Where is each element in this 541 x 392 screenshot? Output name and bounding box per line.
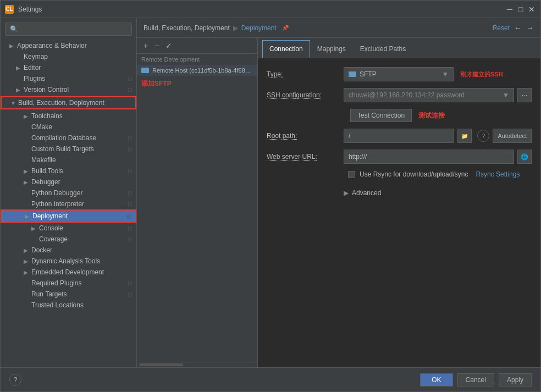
- web-url-input[interactable]: [344, 150, 514, 164]
- sidebar-item-toolchains[interactable]: ▶ Toolchains: [1, 111, 136, 122]
- external-icon: ⊡: [128, 190, 132, 196]
- type-select[interactable]: SFTP ▼: [344, 67, 454, 81]
- sidebar-item-label: Makefile: [31, 156, 132, 164]
- sidebar-item-coverage[interactable]: Coverage ⊡: [1, 234, 136, 245]
- close-button[interactable]: ✕: [527, 5, 536, 14]
- remove-server-button[interactable]: −: [152, 40, 161, 51]
- sidebar-item-appearance[interactable]: ▶ Appearance & Behavior: [1, 40, 136, 51]
- help-button[interactable]: ?: [9, 374, 21, 386]
- maximize-button[interactable]: □: [516, 5, 525, 14]
- connection-form: Type: SFTP ▼ 刚才建立的SSH: [258, 58, 540, 367]
- breadcrumb-part-1: Build, Execution, Deployment: [143, 24, 230, 32]
- sidebar-tree: ▶ Appearance & Behavior Keymap ▶ Editor …: [1, 40, 136, 367]
- add-server-button[interactable]: +: [141, 40, 150, 51]
- sidebar-item-label: Run Targets: [31, 290, 128, 298]
- sidebar-item-embedded-dev[interactable]: ▶ Embedded Development: [1, 267, 136, 278]
- advanced-section[interactable]: ▶ Advanced: [267, 185, 532, 201]
- sidebar: ▶ Appearance & Behavior Keymap ▶ Editor …: [1, 18, 137, 367]
- open-url-button[interactable]: 🌐: [517, 150, 532, 164]
- type-value: SFTP: [360, 70, 377, 78]
- rsync-label: Use Rsync for download/upload/sync: [360, 170, 468, 178]
- autodetect-button[interactable]: Autodetect: [493, 129, 532, 143]
- root-path-control: 📁 ? Autodetect: [344, 129, 532, 143]
- sidebar-item-label: Embedded Development: [31, 268, 132, 276]
- sidebar-item-label: Keymap: [24, 53, 132, 60]
- sidebar-item-label: Deployment: [32, 212, 126, 220]
- external-icon: ⊡: [128, 87, 132, 93]
- sidebar-item-editor[interactable]: ▶ Editor: [1, 62, 136, 73]
- web-url-label: Web server URL:: [267, 153, 344, 161]
- bottom-bar: ? OK Cancel Apply: [1, 367, 540, 391]
- ssh-select[interactable]: chuwei@192.168.220.134:22 password ▼: [344, 88, 514, 102]
- tab-mappings[interactable]: Mappings: [310, 40, 353, 58]
- deploy-host-text: Remote Host (cc11df5b-1b8a-4f68-b...: [152, 67, 253, 74]
- sidebar-item-required-plugins[interactable]: Required Plugins ⊡: [1, 278, 136, 289]
- sidebar-item-label: Editor: [24, 64, 132, 71]
- back-button[interactable]: ←: [514, 24, 522, 32]
- minimize-button[interactable]: ─: [505, 5, 514, 14]
- tab-connection[interactable]: Connection: [262, 40, 310, 58]
- search-input[interactable]: [5, 23, 132, 36]
- sidebar-item-keymap[interactable]: Keymap: [1, 51, 136, 62]
- tab-excluded-paths[interactable]: Excluded Paths: [353, 40, 413, 58]
- sidebar-item-label: Python Debugger: [31, 189, 128, 197]
- help-button[interactable]: ?: [477, 130, 489, 142]
- app-icon: CL: [5, 5, 14, 14]
- sidebar-item-python-debugger[interactable]: Python Debugger ⊡: [1, 187, 136, 198]
- sidebar-item-trusted-locations[interactable]: Trusted Locations: [1, 300, 136, 311]
- window-controls: ─ □ ✕: [505, 5, 536, 14]
- sidebar-item-compilation-db[interactable]: Compilation Database ⊡: [1, 132, 136, 143]
- add-sftp-annotation: 添加SFTP: [137, 76, 257, 92]
- ssh-control: chuwei@192.168.220.134:22 password ▼ ···: [344, 88, 532, 102]
- test-connection-button[interactable]: Test Connection: [350, 109, 412, 122]
- sidebar-item-label: Python Interpreter: [31, 200, 128, 208]
- rsync-checkbox[interactable]: [348, 171, 355, 178]
- deployment-server-list: + − ✓ Remote Development Remote Host (cc…: [137, 38, 258, 367]
- ssh-label: SSH configuration:: [267, 91, 344, 99]
- web-url-row: Web server URL: 🌐: [267, 150, 532, 164]
- root-path-input[interactable]: [344, 129, 454, 143]
- dropdown-icon: ▼: [503, 91, 509, 99]
- sidebar-item-makefile[interactable]: Makefile: [1, 154, 136, 165]
- deployment-tabs: Connection Mappings Excluded Paths: [258, 38, 540, 58]
- sidebar-item-run-targets[interactable]: Run Targets ⊡: [1, 289, 136, 300]
- expand-icon: ▶: [24, 247, 31, 253]
- expand-icon: ▶: [24, 168, 31, 174]
- sidebar-item-label: Plugins: [24, 75, 128, 82]
- settings-window: CL Settings ─ □ ✕ ▶ Appearance & Behavio…: [0, 0, 541, 392]
- forward-button[interactable]: →: [526, 24, 534, 32]
- advanced-label: Advanced: [352, 189, 381, 197]
- sidebar-item-docker[interactable]: ▶ Docker: [1, 245, 136, 256]
- external-icon: ⊡: [128, 135, 132, 141]
- deploy-host-item[interactable]: Remote Host (cc11df5b-1b8a-4f68-b...: [137, 65, 257, 76]
- apply-button[interactable]: Apply: [499, 373, 532, 387]
- breadcrumb-part-2: Deployment: [241, 24, 277, 32]
- sidebar-item-custom-build[interactable]: Custom Build Targets ⊡: [1, 143, 136, 154]
- sidebar-item-label: Console: [39, 224, 128, 232]
- sidebar-item-plugins[interactable]: Plugins ⊡: [1, 73, 136, 84]
- ssh-row: SSH configuration: chuwei@192.168.220.13…: [267, 88, 532, 102]
- cancel-button[interactable]: Cancel: [457, 373, 494, 387]
- sidebar-item-cmake[interactable]: CMake: [1, 122, 136, 132]
- sidebar-item-debugger[interactable]: ▶ Debugger: [1, 176, 136, 187]
- sidebar-item-version-control[interactable]: ▶ Version Control ⊡: [1, 84, 136, 95]
- expand-icon: ▶: [31, 225, 39, 231]
- reset-button[interactable]: Reset: [493, 24, 510, 32]
- search-box: [5, 23, 132, 36]
- sidebar-item-build-tools[interactable]: ▶ Build Tools ⊡: [1, 165, 136, 176]
- title-bar: CL Settings ─ □ ✕: [1, 1, 540, 18]
- set-default-button[interactable]: ✓: [163, 40, 174, 51]
- sidebar-item-label: Dynamic Analysis Tools: [31, 257, 132, 265]
- browse-button[interactable]: 📁: [457, 129, 472, 143]
- sidebar-item-label: Build Tools: [31, 167, 128, 175]
- title-bar-left: CL Settings: [5, 5, 42, 14]
- sidebar-item-dynamic-analysis[interactable]: ▶ Dynamic Analysis Tools: [1, 256, 136, 267]
- sidebar-item-build-exec-deploy[interactable]: ▼ Build, Execution, Deployment: [1, 96, 136, 109]
- ssh-more-button[interactable]: ···: [517, 88, 532, 102]
- root-path-row: Root path: 📁 ? Autodetect: [267, 129, 532, 143]
- rsync-settings-link[interactable]: Rsync Settings: [476, 170, 520, 178]
- sidebar-item-console[interactable]: ▶ Console ⊡: [1, 223, 136, 234]
- sidebar-item-deployment[interactable]: ▶ Deployment ⊡: [1, 209, 136, 223]
- ok-button[interactable]: OK: [420, 373, 452, 387]
- sidebar-item-python-interp[interactable]: Python Interpreter ⊡: [1, 198, 136, 209]
